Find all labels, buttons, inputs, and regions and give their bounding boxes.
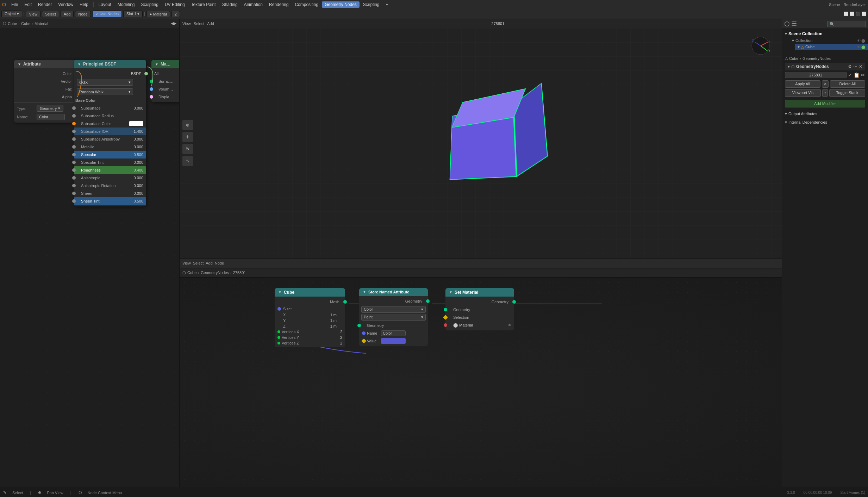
bc-cube-label[interactable]: Cube xyxy=(8,21,17,26)
tb-use-nodes[interactable]: ✓ Use Nodes xyxy=(92,11,122,17)
toggle-stack-button[interactable]: Toggle Stack xyxy=(829,89,865,97)
material-output-header[interactable]: ▼ Ma… xyxy=(151,60,180,68)
attr-name-input[interactable] xyxy=(37,114,65,120)
view-menu[interactable]: View xyxy=(182,21,191,26)
rp-search-input[interactable] xyxy=(827,21,866,27)
rotate-tool[interactable]: ↻ xyxy=(182,144,193,154)
cube-render-icon[interactable]: ⬤ xyxy=(861,45,865,49)
store-attr-header[interactable]: ▼ Store Named Attribute xyxy=(359,288,428,296)
store-geo-out-socket[interactable] xyxy=(426,299,430,303)
subsurface-ior-socket[interactable] xyxy=(72,130,76,133)
apply-all-button[interactable]: Apply All xyxy=(785,80,820,88)
geo-view-menu[interactable]: View xyxy=(182,261,191,265)
setmat-geo-out-socket[interactable] xyxy=(512,300,516,304)
frame-input[interactable]: 275801 xyxy=(785,72,847,78)
tb-material[interactable]: ● Material xyxy=(146,11,170,17)
material-node-canvas[interactable]: ▼ Attribute Color Vector xyxy=(0,28,179,487)
internal-deps-expand[interactable]: ▾ xyxy=(785,120,787,125)
store-value-color-swatch[interactable] xyxy=(381,338,406,344)
attribute-node-header[interactable]: ▼ Attribute xyxy=(14,60,77,68)
distribution-dropdown[interactable]: GGX▾ xyxy=(77,79,133,86)
cursor-tool[interactable]: ⊕ xyxy=(182,120,193,130)
workspace-shading[interactable]: Shading xyxy=(219,1,241,8)
collection-render-icon[interactable]: ⬤ xyxy=(861,39,865,43)
store-value-socket[interactable] xyxy=(361,338,366,343)
bc-cube2[interactable]: Cube xyxy=(21,21,30,26)
specular-tint-socket[interactable] xyxy=(72,161,76,164)
workspace-geometry-nodes[interactable]: Geometry Nodes xyxy=(322,1,360,8)
frame-copy-icon[interactable]: 📋 xyxy=(854,72,860,78)
delete-all-button[interactable]: Delete All xyxy=(830,80,866,88)
workspace-animation[interactable]: Animation xyxy=(241,1,266,8)
vy-socket[interactable] xyxy=(277,336,280,339)
cube-vis-icon[interactable]: 👁 xyxy=(857,45,861,49)
modifier-settings-icon[interactable]: ⚙ xyxy=(848,64,852,69)
delete-mod-icon[interactable]: ✕ xyxy=(822,80,829,88)
vx-socket[interactable] xyxy=(277,330,280,333)
roughness-socket[interactable] xyxy=(72,168,76,172)
store-geo-in-socket[interactable] xyxy=(357,324,361,327)
node-collapse-icon[interactable]: ▼ xyxy=(18,62,21,66)
surface-input-socket[interactable] xyxy=(150,80,153,83)
menu-edit[interactable]: Edit xyxy=(21,1,35,8)
collection-expand[interactable]: ▾ xyxy=(792,38,794,43)
geo-node-menu[interactable]: Node xyxy=(215,261,224,265)
output-attrs-expand[interactable]: ▾ xyxy=(785,111,787,116)
cube-geo-node-header[interactable]: ▼ Cube xyxy=(275,288,345,297)
geo-bc-cube[interactable]: Cube xyxy=(187,271,196,275)
workspace-scripting[interactable]: Scripting xyxy=(360,1,382,8)
sheen-tint-socket[interactable] xyxy=(72,199,76,203)
subsurface-input-socket[interactable] xyxy=(72,106,76,110)
tb-object-mode[interactable]: Object ▾ xyxy=(1,11,22,17)
vz-socket[interactable] xyxy=(277,342,280,344)
type-dropdown[interactable]: Geometry ▾ xyxy=(37,105,63,112)
add-modifier-button[interactable]: Add Modifier xyxy=(785,100,865,107)
setmat-geo-in-socket[interactable] xyxy=(444,308,447,311)
cube-outliner-item[interactable]: ▾ △ Cube 👁 ⬤ xyxy=(795,44,868,50)
toggle-sidebar[interactable]: ◀▶ xyxy=(171,21,176,26)
tb-node[interactable]: Node xyxy=(75,11,90,17)
scene-collection-expand[interactable]: ▾ xyxy=(785,31,787,36)
scale-tool[interactable]: ⤡ xyxy=(182,156,193,166)
geo-select-menu[interactable]: Select xyxy=(193,261,204,265)
tb-select[interactable]: Select xyxy=(42,11,59,17)
menu-window[interactable]: Window xyxy=(55,1,76,8)
workspace-rendering[interactable]: Rendering xyxy=(266,1,291,8)
modifier-geonodes-label[interactable]: GeometryNodes xyxy=(803,56,831,61)
geo-add-menu[interactable]: Add xyxy=(206,261,213,265)
workspace-texture-paint[interactable]: Texture Paint xyxy=(188,1,219,8)
vis-arrow-icon[interactable]: ↕ xyxy=(822,89,828,97)
store-point-dropdown[interactable]: Point▾ xyxy=(361,314,426,321)
internal-deps-header[interactable]: ▾ Internal Dependencies xyxy=(785,119,865,126)
menu-file[interactable]: File xyxy=(8,1,21,8)
modifier-more-icon[interactable]: ⋯ xyxy=(853,64,857,69)
store-color-dropdown[interactable]: Color▾ xyxy=(361,306,426,313)
rp-properties-icon[interactable]: ☰ xyxy=(791,20,797,28)
size-socket[interactable] xyxy=(277,307,281,311)
workspace-compositing[interactable]: Compositing xyxy=(292,1,321,8)
bsdf-output-socket[interactable] xyxy=(144,72,148,75)
geo-bc-frame[interactable]: 275801 xyxy=(233,271,246,275)
modifier-cube-label[interactable]: Cube xyxy=(789,56,798,61)
store-name-socket[interactable] xyxy=(362,331,366,335)
move-tool[interactable]: ✛ xyxy=(182,132,193,142)
set-mat-header[interactable]: ▼ Set Material xyxy=(445,288,514,297)
tb-slot[interactable]: Slot 1 ▾ xyxy=(123,11,143,17)
menu-render[interactable]: Render xyxy=(35,1,55,8)
workspace-sculpting[interactable]: Sculpting xyxy=(138,1,161,8)
subsurface-radius-socket[interactable] xyxy=(72,114,76,118)
tb-mat-num[interactable]: 2 xyxy=(171,11,180,17)
tb-view[interactable]: View xyxy=(26,11,40,17)
rp-outliner-icon[interactable]: ⬡ xyxy=(784,20,790,28)
menu-help[interactable]: Help xyxy=(77,1,91,8)
output-attrs-header[interactable]: ▾ Output Attributes xyxy=(785,110,865,117)
cube-expand-icon[interactable]: ▾ xyxy=(798,44,800,49)
geo-bc-geonodes[interactable]: GeometryNodes xyxy=(201,271,229,275)
scene-collection-row[interactable]: ▾ Scene Collection xyxy=(782,30,868,37)
modifier-close-icon[interactable]: ✕ xyxy=(859,64,862,69)
collection-vis-icon[interactable]: 👁 xyxy=(857,39,861,43)
displace-input-socket[interactable] xyxy=(150,95,153,99)
workspace-uv-editing[interactable]: UV Editing xyxy=(162,1,188,8)
anisotropic-rot-socket[interactable] xyxy=(72,184,76,187)
bc-material[interactable]: Material xyxy=(35,21,48,26)
